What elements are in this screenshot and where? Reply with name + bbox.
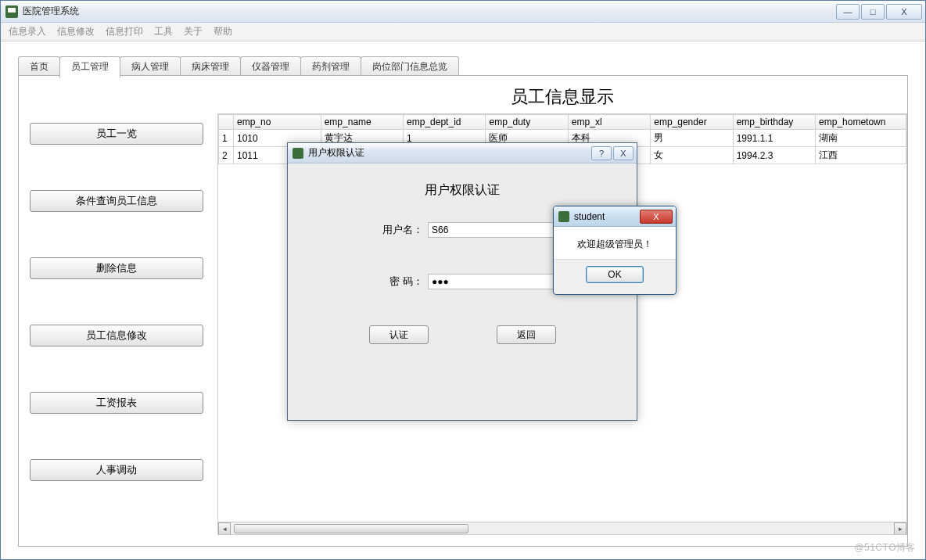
cell[interactable]: 1991.1.1: [733, 130, 815, 147]
cell[interactable]: 1994.2.3: [733, 147, 815, 164]
password-input[interactable]: [428, 274, 558, 289]
main-titlebar: 医院管理系统 — □ X: [1, 1, 925, 23]
btn-hr-transfer[interactable]: 人事调动: [30, 459, 203, 481]
btn-emp-edit[interactable]: 员工信息修改: [30, 325, 203, 346]
col-header[interactable]: emp_no: [233, 115, 321, 130]
row-number: 1: [219, 130, 234, 147]
password-label: 密 码：: [367, 275, 423, 289]
btn-emp-query[interactable]: 条件查询员工信息: [30, 190, 203, 212]
msgbox-ok-button[interactable]: OK: [586, 266, 644, 283]
col-header[interactable]: emp_birthday: [733, 115, 815, 130]
msgbox-message: 欢迎超级管理员！: [554, 227, 676, 260]
menu-item[interactable]: 信息修改: [57, 25, 95, 38]
col-header[interactable]: emp_hometown: [816, 115, 906, 130]
menu-item[interactable]: 信息录入: [9, 25, 46, 38]
row-header-empty: [219, 115, 234, 130]
side-button-pane: 员工一览 条件查询员工信息 删除信息 员工信息修改 工资报表 人事调动: [30, 123, 203, 526]
help-button[interactable]: ?: [591, 146, 612, 160]
username-input[interactable]: [428, 222, 558, 238]
lock-icon: [293, 148, 303, 159]
maximize-button[interactable]: □: [861, 4, 885, 20]
dialog-close-button[interactable]: X: [613, 146, 633, 160]
username-label: 用户名：: [367, 223, 423, 237]
tabstrip: 首页 员工管理 病人管理 病床管理 仪器管理 药剂管理 岗位部门信息总览: [18, 56, 925, 77]
tab-employee[interactable]: 员工管理: [59, 56, 120, 78]
btn-emp-delete[interactable]: 删除信息: [30, 257, 203, 279]
msgbox-close-button[interactable]: X: [640, 210, 673, 224]
auth-heading: 用户权限认证: [311, 182, 613, 199]
cell[interactable]: 男: [651, 130, 733, 147]
auth-dialog-title: 用户权限认证: [308, 146, 590, 160]
auth-back-button[interactable]: 返回: [497, 325, 556, 344]
menu-item[interactable]: 帮助: [214, 25, 232, 38]
message-box: student X 欢迎超级管理员！ OK: [553, 206, 677, 295]
app-icon: [558, 211, 569, 222]
col-header[interactable]: emp_dept_id: [404, 115, 486, 130]
auth-dialog-titlebar[interactable]: 用户权限认证 ? X: [288, 143, 637, 163]
msgbox-title: student: [574, 211, 640, 222]
scroll-thumb[interactable]: [234, 524, 468, 533]
app-icon: [5, 5, 18, 18]
row-number: 2: [219, 147, 234, 164]
btn-emp-list[interactable]: 员工一览: [30, 123, 203, 145]
cell[interactable]: 湖南: [816, 130, 906, 147]
window-title: 医院管理系统: [23, 5, 834, 18]
menubar: 信息录入 信息修改 信息打印 工具 关于 帮助: [1, 23, 925, 41]
menu-item[interactable]: 关于: [184, 25, 203, 38]
cell[interactable]: 女: [651, 147, 733, 164]
col-header[interactable]: emp_name: [321, 115, 403, 130]
btn-salary-report[interactable]: 工资报表: [30, 392, 203, 414]
page-title: 员工信息显示: [217, 76, 907, 115]
scroll-right-arrow-icon[interactable]: ▸: [894, 522, 906, 535]
cell[interactable]: 江西: [816, 147, 906, 164]
scroll-left-arrow-icon[interactable]: ◂: [218, 522, 231, 535]
col-header[interactable]: emp_duty: [486, 115, 568, 130]
minimize-button[interactable]: —: [836, 4, 860, 20]
menu-item[interactable]: 信息打印: [106, 25, 143, 38]
col-header[interactable]: emp_xl: [568, 115, 650, 130]
msgbox-titlebar[interactable]: student X: [554, 206, 676, 227]
menu-item[interactable]: 工具: [154, 25, 173, 38]
close-button[interactable]: X: [886, 4, 922, 20]
horizontal-scrollbar[interactable]: ◂ ▸: [218, 522, 906, 534]
watermark: @51CTO博客: [854, 541, 916, 555]
col-header[interactable]: emp_gender: [651, 115, 733, 130]
auth-confirm-button[interactable]: 认证: [369, 325, 429, 344]
